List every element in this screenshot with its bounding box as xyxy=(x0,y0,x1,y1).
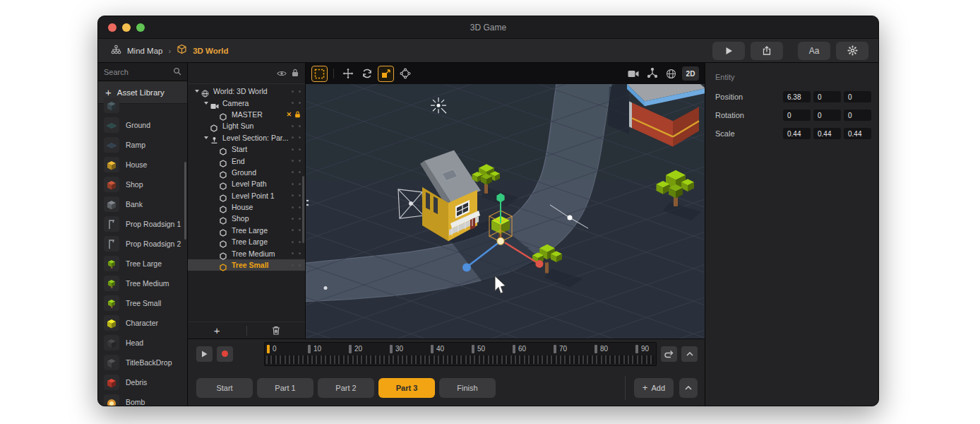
rotation-z-field[interactable] xyxy=(844,110,871,121)
asset-item-debris[interactable]: Debris xyxy=(98,372,187,392)
lock-icon[interactable] xyxy=(292,67,299,80)
timeline-play-button[interactable] xyxy=(196,346,213,362)
timeline-tick-20[interactable]: 20 xyxy=(349,345,362,353)
settings-gear-button[interactable] xyxy=(836,42,868,60)
delete-entity-button[interactable] xyxy=(247,322,306,338)
asset-item-bank[interactable]: Bank xyxy=(98,194,187,214)
timeline-tick-90[interactable]: 90 xyxy=(635,345,649,353)
hierarchy-row-camera[interactable]: Camera xyxy=(188,97,305,108)
select-tool-button[interactable] xyxy=(311,66,328,82)
hierarchy-row-level-section-par-[interactable]: Level Section: Par... xyxy=(188,132,305,143)
scene-canvas[interactable] xyxy=(306,84,705,338)
position-z-field[interactable] xyxy=(844,91,871,102)
scale-y-field[interactable] xyxy=(813,128,841,139)
timeline-tick-30[interactable]: 30 xyxy=(390,345,403,353)
text-style-button[interactable]: Aa xyxy=(798,42,830,60)
camera-frustum[interactable] xyxy=(398,189,424,218)
hierarchy-row-house[interactable]: House xyxy=(188,201,305,213)
add-entity-button[interactable]: + xyxy=(188,322,246,338)
timeline-tick-80[interactable]: 80 xyxy=(594,345,608,353)
gizmo-z-handle[interactable] xyxy=(536,260,544,268)
hierarchy-row-world-3d-world[interactable]: World: 3D World xyxy=(188,86,305,97)
row-visibility-toggles[interactable] xyxy=(292,183,301,185)
tabs-collapse-button[interactable] xyxy=(679,378,698,398)
hierarchy-row-light-sun[interactable]: Light Sun xyxy=(188,120,305,131)
scale-tool-button[interactable] xyxy=(378,66,394,82)
gizmo-x-handle[interactable] xyxy=(462,263,471,271)
rotate-tool-button[interactable] xyxy=(359,66,375,82)
asset-item-bomb[interactable]: Bomb xyxy=(98,392,187,406)
asset-item-character[interactable]: Character xyxy=(98,313,187,333)
asset-item[interactable] xyxy=(98,95,187,115)
hierarchy-row-level-path[interactable]: Level Path xyxy=(188,178,305,189)
timeline-tick-0[interactable]: 0 xyxy=(267,345,277,353)
asset-item-prop-roadsign-2[interactable]: Prop Roadsign 2 xyxy=(98,234,187,254)
sidebar-scrollbar[interactable] xyxy=(184,162,186,240)
timeline-frame-ticks[interactable] xyxy=(266,355,655,364)
scale-x-field[interactable] xyxy=(783,128,811,139)
hierarchy-row-tree-medium[interactable]: Tree Medium xyxy=(188,247,305,259)
locked-icon[interactable] xyxy=(294,111,301,118)
row-visibility-toggles[interactable] xyxy=(292,125,301,127)
row-visibility-toggles[interactable] xyxy=(292,136,301,139)
hierarchy-row-level-point-1[interactable]: Level Point 1 xyxy=(188,190,305,201)
asset-item-prop-roadsign-1[interactable]: Prop Roadsign 1 xyxy=(98,214,187,234)
search-input[interactable] xyxy=(104,68,170,76)
play-preview-button[interactable] xyxy=(712,42,745,60)
hierarchy-row-shop[interactable]: Shop xyxy=(188,213,305,224)
tree-large[interactable] xyxy=(657,170,695,206)
hierarchy-row-master[interactable]: MASTER✕ xyxy=(188,109,305,120)
segment-tab-start[interactable]: Start xyxy=(196,378,253,398)
asset-item-titlebackdrop[interactable]: TitleBackDrop xyxy=(98,353,187,372)
row-visibility-toggles[interactable] xyxy=(292,264,301,266)
row-visibility-toggles[interactable] xyxy=(292,171,301,173)
hierarchy-row-tree-large[interactable]: Tree Large xyxy=(188,236,305,247)
asset-item-house[interactable]: House xyxy=(98,155,187,175)
timeline-tick-70[interactable]: 70 xyxy=(554,345,567,353)
row-visibility-toggles[interactable] xyxy=(292,102,301,104)
timeline-tick-50[interactable]: 50 xyxy=(472,345,485,353)
expand-caret-icon[interactable] xyxy=(203,134,209,141)
breadcrumb-root[interactable]: Mind Map xyxy=(127,47,163,55)
sun-light[interactable] xyxy=(431,98,446,113)
move-tool-button[interactable] xyxy=(340,66,356,82)
panel-resize-grip[interactable] xyxy=(306,200,309,206)
eye-icon[interactable] xyxy=(277,67,287,80)
expand-caret-icon[interactable] xyxy=(193,88,200,95)
camera-view-button[interactable] xyxy=(625,66,641,82)
timeline-tick-40[interactable]: 40 xyxy=(431,345,444,353)
asset-item-ramp[interactable]: Ramp xyxy=(98,135,187,155)
hierarchy-row-start[interactable]: Start xyxy=(188,143,305,155)
row-visibility-toggles[interactable] xyxy=(292,218,301,220)
add-segment-button[interactable]: + Add xyxy=(634,378,674,398)
rotation-y-field[interactable] xyxy=(813,110,841,121)
timeline-collapse-button[interactable] xyxy=(681,346,698,362)
asset-item-shop[interactable]: Shop xyxy=(98,175,187,194)
globe-view-button[interactable] xyxy=(663,66,679,82)
hierarchy-scrollbar[interactable] xyxy=(302,176,304,243)
gizmo-origin[interactable] xyxy=(497,237,504,245)
row-visibility-toggles[interactable] xyxy=(292,90,301,93)
broken-link-icon[interactable]: ✕ xyxy=(286,111,292,118)
timeline-ruler[interactable]: 0102030405060708090 xyxy=(264,342,657,366)
segment-tab-part-1[interactable]: Part 1 xyxy=(257,378,313,398)
share-button[interactable] xyxy=(751,42,783,60)
timeline-tick-10[interactable]: 10 xyxy=(308,345,321,353)
row-visibility-toggles[interactable] xyxy=(292,160,301,162)
hierarchy-row-end[interactable]: End xyxy=(188,155,305,166)
position-y-field[interactable] xyxy=(813,91,841,102)
asset-item-tree-medium[interactable]: Tree Medium xyxy=(98,273,187,293)
house[interactable] xyxy=(420,151,481,242)
loop-button[interactable] xyxy=(661,346,677,362)
row-visibility-toggles[interactable] xyxy=(292,206,301,208)
row-visibility-toggles[interactable] xyxy=(292,241,301,243)
row-visibility-toggles[interactable] xyxy=(292,229,301,231)
mesh-edit-tool-button[interactable] xyxy=(397,66,413,82)
position-x-field[interactable] xyxy=(783,91,811,102)
hierarchy-row-tree-large[interactable]: Tree Large xyxy=(188,225,305,236)
toggle-2d-button[interactable]: 2D xyxy=(682,66,699,81)
asset-item-tree-small[interactable]: Tree Small xyxy=(98,293,187,313)
row-visibility-toggles[interactable] xyxy=(292,148,301,151)
row-visibility-toggles[interactable] xyxy=(292,194,301,196)
expand-caret-icon[interactable] xyxy=(203,100,209,106)
